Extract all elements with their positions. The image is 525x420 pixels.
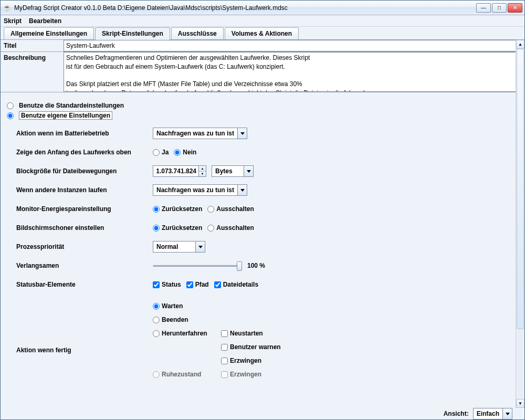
screensaver-off[interactable]: Ausschalten bbox=[207, 224, 254, 232]
radio-custom-settings[interactable]: Benutze eigene Einstellungen bbox=[7, 111, 518, 120]
showtop-no[interactable]: Nein bbox=[174, 149, 196, 156]
otherinst-combo[interactable]: Nachfragen was zu tun ist bbox=[153, 184, 247, 196]
done-shutdown[interactable]: Herunterfahren bbox=[153, 330, 207, 337]
view-value: Einfach bbox=[474, 410, 502, 417]
radio-default-settings[interactable]: Benutze die Standardeinstellungen bbox=[7, 102, 518, 109]
spinner-buttons[interactable]: ▲▼ bbox=[198, 166, 206, 176]
blocksize-unit-combo[interactable]: Bytes bbox=[212, 165, 254, 177]
radio-custom-label: Benutze eigene Einstellungen bbox=[19, 111, 112, 120]
tab-volumes[interactable]: Volumes & Aktionen bbox=[225, 27, 299, 39]
menu-script[interactable]: Skript bbox=[4, 17, 22, 25]
sb-status[interactable]: Status bbox=[153, 281, 181, 288]
priority-label: Prozesspriorität bbox=[16, 243, 153, 250]
java-icon: ☕ bbox=[3, 4, 11, 12]
sb-path[interactable]: Pfad bbox=[186, 281, 209, 288]
menubar: Skript Bearbeiten bbox=[1, 15, 524, 27]
battery-value: Nachfragen was zu tun ist bbox=[153, 130, 237, 137]
main-window: ☕ MyDefrag Script Creator v0.1.0 Beta D:… bbox=[0, 0, 525, 420]
titlebar[interactable]: ☕ MyDefrag Script Creator v0.1.0 Beta D:… bbox=[1, 1, 524, 15]
vertical-scrollbar[interactable]: ▲ ▼ bbox=[516, 40, 524, 408]
done-force2[interactable]: Erzwingen bbox=[221, 371, 261, 378]
scroll-up-icon[interactable]: ▲ bbox=[516, 40, 524, 49]
title-input[interactable] bbox=[64, 40, 524, 51]
battery-combo[interactable]: Nachfragen was zu tun ist bbox=[153, 128, 247, 139]
menu-edit[interactable]: Bearbeiten bbox=[29, 17, 61, 25]
blocksize-unit: Bytes bbox=[212, 167, 244, 175]
done-warn[interactable]: Benutzer warnen bbox=[221, 343, 281, 351]
monitor-reset[interactable]: Zurücksetzen bbox=[153, 205, 202, 213]
slider-thumb[interactable] bbox=[237, 261, 242, 271]
screensaver-label: Bildschirmschoner einstellen bbox=[16, 224, 153, 232]
footer: Ansicht: Einfach bbox=[440, 408, 516, 419]
chevron-down-icon[interactable] bbox=[237, 185, 247, 195]
done-wait[interactable]: Warten bbox=[153, 302, 183, 310]
form-area: Benutze die Standardeinstellungen Benutz… bbox=[1, 92, 524, 402]
slowdown-slider[interactable] bbox=[153, 260, 242, 271]
title-row: Titel bbox=[1, 40, 524, 52]
chevron-down-icon[interactable] bbox=[195, 242, 205, 252]
monitor-label: Monitor-Energiespareinstellung bbox=[16, 205, 153, 213]
scroll-pane[interactable]: Titel Beschreibung Schnelles Defragmenti… bbox=[1, 40, 524, 419]
slowdown-label: Verlangsamen bbox=[16, 262, 153, 269]
chevron-down-icon[interactable] bbox=[502, 408, 512, 419]
view-combo[interactable]: Einfach bbox=[473, 408, 512, 419]
window-buttons: — □ ✕ bbox=[476, 3, 522, 13]
done-exit[interactable]: Beenden bbox=[153, 316, 188, 323]
sb-details[interactable]: Dateidetails bbox=[214, 281, 258, 288]
radio-custom-input[interactable] bbox=[7, 112, 14, 119]
showtop-yes[interactable]: Ja bbox=[153, 149, 169, 156]
battery-label: Aktion wenn im Batteriebetrieb bbox=[16, 130, 153, 137]
scroll-thumb[interactable] bbox=[517, 49, 524, 329]
radio-default-label: Benutze die Standardeinstellungen bbox=[19, 102, 124, 109]
chevron-down-icon[interactable] bbox=[237, 128, 247, 139]
window-title: MyDefrag Script Creator v0.1.0 Beta D:\E… bbox=[14, 4, 476, 12]
blocksize-label: Blockgröße für Dateibewegungen bbox=[16, 167, 153, 175]
view-label: Ansicht: bbox=[444, 410, 469, 417]
priority-combo[interactable]: Normal bbox=[153, 241, 205, 253]
title-label: Titel bbox=[1, 40, 64, 51]
done-force[interactable]: Erzwingen bbox=[221, 357, 261, 364]
close-button[interactable]: ✕ bbox=[508, 3, 522, 13]
minimize-button[interactable]: — bbox=[476, 3, 491, 13]
description-row: Beschreibung Schnelles Defragmentieren u… bbox=[1, 52, 524, 92]
monitor-off[interactable]: Ausschalten bbox=[207, 205, 254, 213]
blocksize-input[interactable] bbox=[153, 166, 198, 176]
blocksize-spinner[interactable]: ▲▼ bbox=[153, 165, 206, 177]
done-label: Aktion wenn fertig bbox=[16, 299, 153, 354]
showtop-label: Zeige den Anfang des Laufwerks oben bbox=[16, 149, 153, 156]
tab-general[interactable]: Allgemeine Einstellungen bbox=[4, 27, 94, 39]
scroll-track[interactable] bbox=[516, 49, 524, 399]
screensaver-reset[interactable]: Zurücksetzen bbox=[153, 224, 202, 232]
tab-script[interactable]: Skript-Einstellungen bbox=[95, 27, 170, 40]
custom-settings: Aktion wenn im Batteriebetrieb Nachfrage… bbox=[16, 124, 518, 381]
description-textarea[interactable]: Schnelles Defragmentieren und Optimieren… bbox=[64, 52, 524, 92]
tabbar: Allgemeine Einstellungen Skript-Einstell… bbox=[1, 27, 524, 40]
done-hibernate[interactable]: Ruhezustand bbox=[153, 371, 201, 378]
maximize-button[interactable]: □ bbox=[492, 3, 507, 13]
done-restart[interactable]: Neustarten bbox=[221, 330, 263, 337]
statusbar-label: Statusbar-Elemente bbox=[16, 281, 153, 288]
otherinst-value: Nachfragen was zu tun ist bbox=[153, 186, 237, 194]
slider-track bbox=[153, 265, 242, 267]
content-area: Titel Beschreibung Schnelles Defragmenti… bbox=[1, 40, 524, 419]
radio-default-input[interactable] bbox=[7, 102, 14, 109]
priority-value: Normal bbox=[153, 243, 195, 250]
chevron-down-icon[interactable] bbox=[244, 166, 253, 176]
description-label: Beschreibung bbox=[1, 52, 64, 92]
otherinst-label: Wenn andere Instanzen laufen bbox=[16, 186, 153, 194]
tab-excludes[interactable]: Ausschlüsse bbox=[171, 27, 224, 39]
slowdown-value: 100 % bbox=[247, 262, 265, 269]
scroll-down-icon[interactable]: ▼ bbox=[516, 399, 524, 408]
